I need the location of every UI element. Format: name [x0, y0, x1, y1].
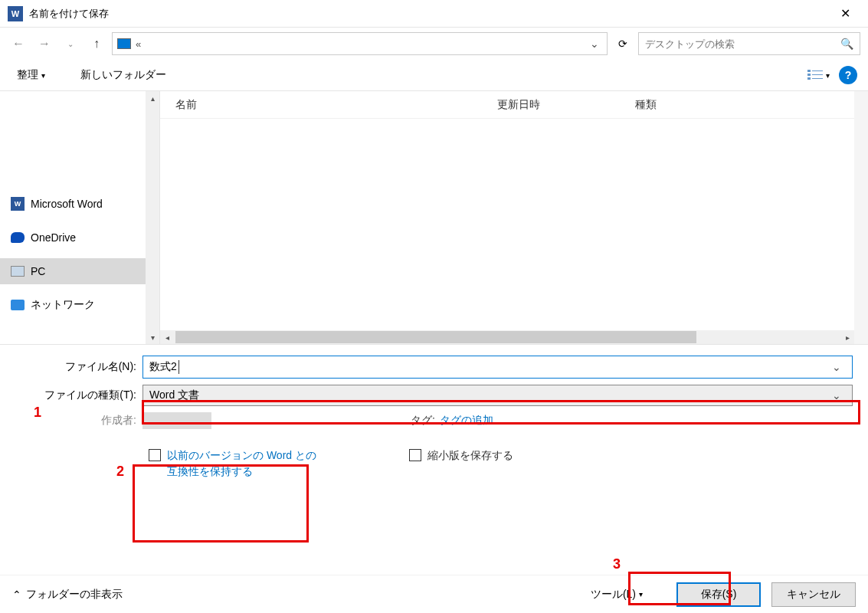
- history-dropdown[interactable]: ⌄: [60, 33, 81, 54]
- title-bar: W 名前を付けて保存 ✕: [0, 0, 868, 28]
- window-title: 名前を付けて保存: [29, 7, 830, 21]
- author-value[interactable]: [142, 412, 211, 429]
- filename-value: 数式2: [149, 360, 177, 374]
- svg-rect-0: [807, 70, 811, 72]
- cancel-label: キャンセル: [787, 588, 840, 602]
- checkbox-row: 以前のバージョンの Word との互換性を保持する 縮小版を保存する: [8, 435, 860, 480]
- compat-checkbox[interactable]: [149, 449, 161, 461]
- view-mode-button[interactable]: ▾: [804, 66, 833, 84]
- sidebar-item-label: Microsoft Word: [31, 198, 103, 210]
- close-button[interactable]: ✕: [830, 2, 860, 25]
- chevron-up-icon: ⌃: [12, 588, 21, 601]
- word-icon: W: [11, 197, 25, 211]
- column-type[interactable]: 種類: [635, 98, 853, 112]
- author-label: 作成者:: [8, 414, 142, 428]
- form-area: ファイル名(N): 数式2 ⌄ ファイルの種類(T): Word 文書 ⌄ 作成…: [0, 345, 868, 486]
- sidebar-item-onedrive[interactable]: OneDrive: [0, 225, 159, 251]
- compat-label: 以前のバージョンの Word との互換性を保持する: [167, 447, 317, 480]
- organize-button[interactable]: 整理 ▾: [11, 65, 51, 85]
- sidebar: W Microsoft Word OneDrive PC ネットワーク ▴ ▾: [0, 91, 159, 344]
- cancel-button[interactable]: キャンセル: [771, 582, 856, 607]
- thumbnail-label: 縮小版を保存する: [427, 447, 513, 464]
- sidebar-scrollbar[interactable]: ▴ ▾: [146, 91, 159, 344]
- address-text: «: [136, 38, 587, 50]
- pc-icon: [11, 266, 25, 277]
- scroll-up-icon[interactable]: ▴: [146, 91, 159, 105]
- chevron-down-icon[interactable]: ⌄: [827, 361, 846, 373]
- sidebar-item-word[interactable]: W Microsoft Word: [0, 191, 159, 217]
- svg-rect-2: [807, 74, 811, 76]
- hide-folders-button[interactable]: ⌃ フォルダーの非表示: [12, 588, 123, 602]
- vertical-scrollbar[interactable]: [854, 91, 868, 344]
- view-details-icon: [807, 69, 823, 81]
- bottom-bar: ⌃ フォルダーの非表示 ツール(L) ▾ 保存(S) キャンセル: [0, 575, 868, 613]
- navigation-bar: ← → ⌄ ↑ « ⌄ ⟳ 🔍: [0, 28, 868, 60]
- save-button[interactable]: 保存(S): [676, 582, 761, 607]
- svg-rect-3: [812, 74, 823, 75]
- svg-rect-1: [812, 70, 823, 71]
- scroll-left-icon[interactable]: ◂: [160, 330, 174, 344]
- search-box[interactable]: 🔍: [638, 32, 860, 55]
- sidebar-item-pc[interactable]: PC: [0, 258, 159, 284]
- filename-input[interactable]: 数式2 ⌄: [142, 356, 853, 379]
- column-date[interactable]: 更新日時: [497, 98, 635, 112]
- filetype-row: ファイルの種類(T): Word 文書 ⌄: [8, 385, 860, 406]
- thumbnail-checkbox[interactable]: [409, 449, 421, 461]
- filename-label: ファイル名(N):: [8, 360, 142, 374]
- filetype-value: Word 文書: [149, 388, 199, 402]
- scroll-down-icon[interactable]: ▾: [146, 330, 159, 344]
- network-icon: [11, 300, 25, 310]
- chevron-down-icon: ▾: [826, 71, 830, 80]
- word-app-icon: W: [8, 6, 23, 21]
- file-list: 名前 更新日時 種類 ◂ ▸: [159, 91, 868, 344]
- save-label: 保存(S): [701, 588, 737, 602]
- tools-label: ツール(L): [591, 588, 636, 602]
- scrollbar-thumb[interactable]: [175, 331, 696, 343]
- new-folder-button[interactable]: 新しいフォルダー: [74, 65, 172, 85]
- chevron-down-icon: ▾: [41, 71, 45, 80]
- annotation-number-3: 3: [613, 556, 621, 572]
- tag-add-link[interactable]: タグの追加: [440, 414, 493, 428]
- sidebar-item-network[interactable]: ネットワーク: [0, 292, 159, 318]
- metadata-row: 作成者: タグ: タグの追加: [8, 412, 860, 429]
- onedrive-icon: [11, 232, 25, 243]
- refresh-button[interactable]: ⟳: [612, 33, 634, 54]
- sidebar-item-label: ネットワーク: [31, 298, 95, 312]
- address-dropdown-icon[interactable]: ⌄: [587, 38, 602, 50]
- help-button[interactable]: ?: [839, 66, 857, 84]
- search-input[interactable]: [645, 38, 840, 50]
- search-icon: 🔍: [840, 38, 853, 50]
- forward-button[interactable]: →: [34, 33, 55, 54]
- organize-label: 整理: [17, 68, 38, 82]
- horizontal-scrollbar[interactable]: ◂ ▸: [160, 330, 854, 344]
- filetype-select[interactable]: Word 文書 ⌄: [142, 385, 853, 406]
- filename-row: ファイル名(N): 数式2 ⌄: [8, 356, 860, 379]
- hide-folders-label: フォルダーの非表示: [26, 588, 123, 602]
- chevron-down-icon: ▾: [639, 590, 643, 598]
- address-bar[interactable]: « ⌄: [112, 32, 608, 55]
- tag-label: タグ:: [411, 414, 435, 428]
- toolbar: 整理 ▾ 新しいフォルダー ▾ ?: [0, 60, 868, 90]
- sidebar-item-label: PC: [31, 265, 45, 277]
- column-name[interactable]: 名前: [175, 98, 497, 112]
- thumbnail-checkbox-group: 縮小版を保存する: [409, 447, 670, 480]
- up-button[interactable]: ↑: [86, 33, 107, 54]
- back-button[interactable]: ←: [8, 33, 29, 54]
- svg-rect-5: [812, 78, 823, 79]
- scroll-right-icon[interactable]: ▸: [840, 330, 854, 344]
- chevron-down-icon[interactable]: ⌄: [827, 389, 846, 402]
- new-folder-label: 新しいフォルダー: [80, 68, 166, 82]
- location-icon: [117, 38, 131, 49]
- svg-rect-4: [807, 77, 811, 80]
- filetype-label: ファイルの種類(T):: [8, 388, 142, 402]
- file-list-header: 名前 更新日時 種類: [160, 91, 868, 119]
- sidebar-item-label: OneDrive: [31, 231, 76, 244]
- compat-checkbox-group: 以前のバージョンの Word との互換性を保持する: [149, 447, 317, 480]
- tools-button[interactable]: ツール(L) ▾: [591, 588, 643, 602]
- main-area: W Microsoft Word OneDrive PC ネットワーク ▴ ▾: [0, 90, 868, 345]
